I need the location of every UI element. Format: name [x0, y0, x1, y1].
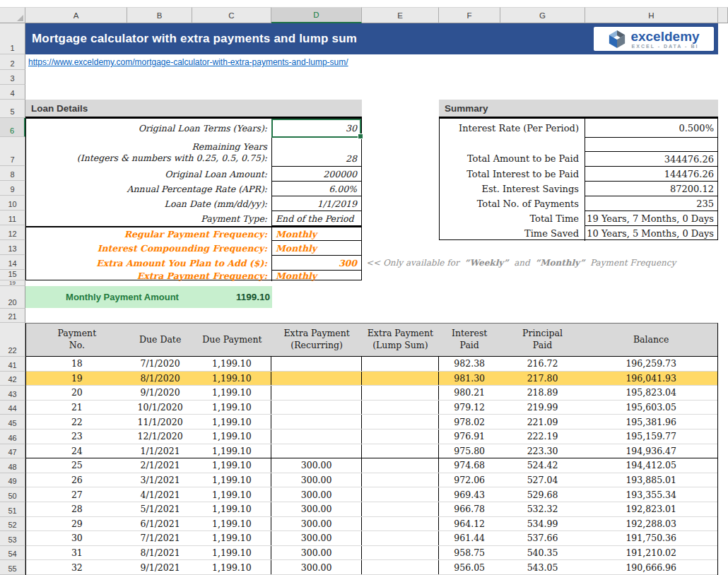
- cell-due-date[interactable]: 8/1/2021: [128, 546, 193, 560]
- cell-extra-lump[interactable]: [362, 546, 439, 560]
- cell-due-payment[interactable]: 1,199.10: [193, 386, 272, 400]
- column-header-H[interactable]: H: [585, 7, 718, 23]
- cell-extra-lump[interactable]: [362, 444, 439, 458]
- loan-value-cell[interactable]: 1/1/2019: [271, 196, 361, 211]
- row-header-10[interactable]: 10: [0, 196, 25, 211]
- row-header-46[interactable]: 46: [0, 429, 25, 444]
- row-header-4[interactable]: 4: [0, 85, 25, 100]
- cell-extra-recurring[interactable]: 300.00: [271, 502, 362, 516]
- row-header-9[interactable]: 9: [0, 181, 25, 196]
- cell-extra-lump[interactable]: [362, 531, 439, 545]
- cell-interest[interactable]: 982.38: [439, 357, 500, 371]
- row-header-2[interactable]: 2: [0, 54, 25, 70]
- loan-value-cell[interactable]: End of the Period: [271, 211, 361, 226]
- cell-due-payment[interactable]: 1,199.10: [193, 357, 272, 371]
- row-header-49[interactable]: 49: [0, 473, 25, 488]
- cell-due-payment[interactable]: 1,199.10: [193, 487, 272, 502]
- column-header-B[interactable]: B: [127, 7, 192, 23]
- loan-value-cell[interactable]: 30: [271, 119, 361, 138]
- cell-due-payment[interactable]: 1,199.10: [193, 372, 272, 386]
- cell-interest[interactable]: 969.43: [439, 487, 500, 502]
- cell-extra-recurring[interactable]: 300.00: [271, 546, 362, 560]
- cell-due-date[interactable]: 5/1/2021: [128, 502, 193, 516]
- cell-due-payment[interactable]: 1,199.10: [193, 415, 272, 429]
- cell-interest[interactable]: 980.21: [439, 386, 500, 400]
- cell-extra-recurring[interactable]: 300.00: [271, 487, 362, 502]
- cell-due-payment[interactable]: 1,199.10: [193, 531, 272, 545]
- column-header-E[interactable]: E: [362, 7, 439, 23]
- loan-value-cell[interactable]: Monthly: [271, 227, 361, 241]
- select-all-corner[interactable]: [0, 7, 25, 23]
- cell-extra-recurring[interactable]: [271, 372, 362, 386]
- row-header-6[interactable]: 6: [0, 118, 25, 137]
- cell-due-payment[interactable]: 1,199.10: [193, 560, 272, 574]
- cell-extra-lump[interactable]: [362, 560, 439, 574]
- row-header-48[interactable]: 48: [0, 458, 25, 473]
- column-header-F[interactable]: F: [439, 7, 500, 23]
- cell-due-date[interactable]: 9/1/2021: [128, 560, 193, 574]
- cell-interest[interactable]: 976.91: [439, 429, 500, 444]
- cell-due-payment[interactable]: 1,199.10: [193, 473, 272, 487]
- cell-interest[interactable]: 975.80: [439, 444, 500, 458]
- cell-balance[interactable]: 191,210.02: [585, 546, 717, 560]
- cell-extra-lump[interactable]: [362, 429, 439, 444]
- cell-due-date[interactable]: 11/1/2020: [128, 415, 193, 429]
- cell-principal[interactable]: 537.66: [500, 531, 585, 545]
- cell-due-payment[interactable]: 1,199.10: [193, 502, 272, 516]
- cell-balance[interactable]: 191,750.36: [585, 531, 717, 545]
- exceldemy-link[interactable]: https://www.exceldemy.com/mortgage-calcu…: [28, 57, 348, 67]
- cell-interest[interactable]: 981.30: [439, 372, 500, 386]
- cell-due-payment[interactable]: 1,199.10: [193, 458, 272, 473]
- row-header-41[interactable]: 41: [0, 357, 25, 372]
- cell-extra-lump[interactable]: [362, 372, 439, 386]
- cell-extra-recurring[interactable]: 300.00: [271, 473, 362, 487]
- cell-principal[interactable]: 222.19: [500, 429, 585, 444]
- cell-extra-recurring[interactable]: [271, 415, 362, 429]
- row-header-45[interactable]: 45: [0, 415, 25, 429]
- cell-interest[interactable]: 961.44: [439, 531, 500, 545]
- cell-interest[interactable]: 956.05: [439, 560, 500, 574]
- column-header-G[interactable]: G: [500, 7, 585, 23]
- cell-balance[interactable]: 193,885.01: [585, 473, 717, 487]
- cell-no[interactable]: 24: [26, 444, 128, 458]
- cell-principal[interactable]: 524.42: [500, 458, 585, 473]
- cell-extra-recurring[interactable]: [271, 357, 362, 371]
- cell-due-payment[interactable]: 1,199.10: [193, 444, 272, 458]
- cell-extra-lump[interactable]: [362, 487, 439, 502]
- cell-balance[interactable]: 190,666.96: [585, 560, 717, 574]
- cell-no[interactable]: 28: [26, 502, 128, 516]
- loan-value-cell[interactable]: Monthly: [271, 271, 361, 281]
- cell-due-payment[interactable]: 1,199.10: [193, 546, 272, 560]
- cell-interest[interactable]: 978.02: [439, 415, 500, 429]
- cell-due-date[interactable]: 3/1/2021: [128, 473, 193, 487]
- row-header-11[interactable]: 11: [0, 211, 25, 225]
- cell-due-date[interactable]: 2/1/2021: [128, 458, 193, 473]
- row-header-51[interactable]: 51: [0, 502, 25, 517]
- row-header-55[interactable]: 55: [0, 560, 25, 575]
- cell-principal[interactable]: 219.99: [500, 401, 585, 415]
- cell-extra-lump[interactable]: [362, 401, 439, 415]
- loan-value-cell[interactable]: 6.00%: [271, 182, 361, 196]
- cell-due-date[interactable]: 4/1/2021: [128, 487, 193, 502]
- row-header-5[interactable]: 5: [0, 100, 25, 118]
- cell-no[interactable]: 31: [26, 546, 128, 560]
- cell-due-date[interactable]: 6/1/2021: [128, 517, 193, 531]
- cell-principal[interactable]: 221.09: [500, 415, 585, 429]
- row-header-47[interactable]: 47: [0, 444, 25, 459]
- cell-extra-recurring[interactable]: 300.00: [271, 531, 362, 545]
- cell-extra-recurring[interactable]: 300.00: [271, 560, 362, 574]
- cell-no[interactable]: 21: [26, 401, 128, 415]
- cell-principal[interactable]: 216.72: [500, 357, 585, 371]
- cell-no[interactable]: 19: [26, 372, 128, 386]
- row-header-50[interactable]: 50: [0, 487, 25, 502]
- row-header-22[interactable]: 22: [0, 323, 25, 357]
- cell-extra-recurring[interactable]: 300.00: [271, 517, 362, 531]
- cell-extra-recurring[interactable]: [271, 386, 362, 400]
- cell-extra-lump[interactable]: [362, 473, 439, 487]
- cell-principal[interactable]: 540.35: [500, 546, 585, 560]
- cell-extra-lump[interactable]: [362, 502, 439, 516]
- cell-due-date[interactable]: 7/1/2021: [128, 531, 193, 545]
- loan-value-cell[interactable]: 300: [271, 256, 361, 271]
- loan-value-cell[interactable]: 28: [271, 138, 361, 167]
- cell-no[interactable]: 18: [26, 357, 128, 371]
